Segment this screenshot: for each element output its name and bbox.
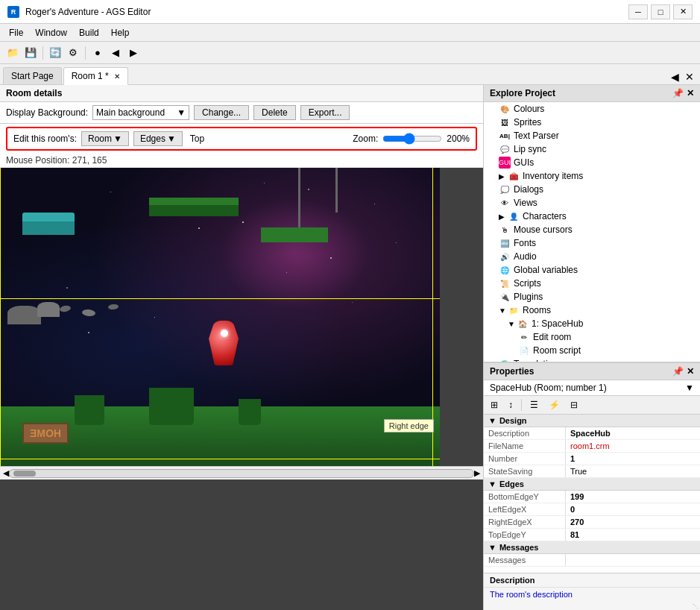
- window-controls[interactable]: ─ □ ✕: [628, 4, 693, 19]
- edit-row: Edit this room's: Room ▼ Edges ▼ Top Zoo…: [6, 127, 477, 151]
- tree-view[interactable]: 🎨 Colours 🖼 Sprites AB| Text Parser 💬 Li…: [484, 102, 700, 362]
- maximize-button[interactable]: □: [651, 4, 670, 19]
- close-button[interactable]: ✕: [673, 4, 693, 19]
- main-container: Room details Display Background: Main ba…: [0, 85, 700, 610]
- tree-item-characters[interactable]: ▶ 👤 Characters: [484, 210, 700, 223]
- fonts-icon: 🔤: [499, 237, 511, 249]
- change-button[interactable]: Change...: [194, 105, 249, 120]
- scroll-right-btn[interactable]: ▶: [474, 468, 480, 478]
- toolbar-forward[interactable]: ▶: [125, 45, 142, 61]
- pin-props-icon[interactable]: 📌: [672, 366, 684, 377]
- tab-close-panel[interactable]: ✕: [682, 69, 697, 84]
- editroom-icon: ✏: [518, 331, 530, 343]
- audio-icon: 🔊: [499, 251, 511, 262]
- tree-item-mousecursors[interactable]: 🖱 Mouse cursors: [484, 223, 700, 236]
- props-object-selector[interactable]: SpaceHub (Room; number 1) ▼: [484, 380, 700, 396]
- tab-start-page[interactable]: Start Page: [3, 67, 62, 84]
- zoom-slider[interactable]: [382, 133, 442, 145]
- tree-item-inventory[interactable]: ▶ 🧰 Inventory items: [484, 169, 700, 183]
- tree-item-spacehub[interactable]: ▼ 🏠 1: SpaceHub: [484, 317, 700, 330]
- edit-edges-dropdown[interactable]: Edges ▼: [133, 131, 183, 146]
- menu-file[interactable]: File: [3, 26, 29, 40]
- props-title: Properties: [490, 366, 534, 377]
- room-canvas-wrapper[interactable]: HOME Right edge ◀ ▶: [0, 168, 483, 610]
- tree-item-translations[interactable]: 🌍 Translations: [484, 357, 700, 362]
- minimize-button[interactable]: ─: [628, 4, 648, 19]
- props-sort-category[interactable]: ↕: [505, 397, 517, 412]
- tree-item-audio[interactable]: 🔊 Audio: [484, 250, 700, 263]
- platform-blue-base: [22, 221, 75, 235]
- toolbar: 📁 💾 🔄 ⚙ ● ◀ ▶: [0, 42, 700, 64]
- tree-item-lipsync[interactable]: 💬 Lip sync: [484, 142, 700, 156]
- platform-green-1b: [149, 205, 239, 216]
- bg-dropdown[interactable]: Main background ▼: [92, 105, 189, 120]
- menu-window[interactable]: Window: [29, 26, 73, 40]
- h-scrollbar-thumb[interactable]: [13, 471, 36, 477]
- tab-close-icon[interactable]: ✕: [114, 72, 120, 81]
- tree-item-roomscript[interactable]: 📄 Room script: [484, 344, 700, 357]
- tree-item-textparser[interactable]: AB| Text Parser: [484, 129, 700, 142]
- tree-item-editroom[interactable]: ✏ Edit room: [484, 330, 700, 344]
- props-toolbar-sep: [521, 399, 522, 411]
- toolbar-open[interactable]: 📁: [4, 45, 21, 61]
- edit-room-dropdown[interactable]: Room ▼: [81, 131, 129, 146]
- cable-2: [335, 168, 338, 213]
- edges-collapse-icon: ▼: [488, 479, 496, 488]
- export-button[interactable]: Export...: [300, 105, 350, 120]
- tree-item-scripts[interactable]: 📜 Scripts: [484, 277, 700, 290]
- platform-green-2: [261, 227, 328, 242]
- explore-controls[interactable]: 📌 ✕: [672, 88, 694, 98]
- toolbar-record[interactable]: ●: [89, 45, 106, 61]
- cable-1: [298, 168, 300, 227]
- tree-item-guis[interactable]: GUI GUIs: [484, 156, 700, 169]
- edit-top-label[interactable]: Top: [187, 132, 207, 145]
- tree-item-plugins[interactable]: 🔌 Plugins: [484, 290, 700, 304]
- toolbar-refresh[interactable]: 🔄: [47, 45, 63, 61]
- scripts-icon: 📜: [499, 277, 511, 289]
- tree-item-views[interactable]: 👁 Views: [484, 196, 700, 210]
- toolbar-back[interactable]: ◀: [107, 45, 124, 61]
- rooms-expand[interactable]: ▼: [499, 306, 508, 315]
- tree-item-colours[interactable]: 🎨 Colours: [484, 102, 700, 116]
- props-sort-alpha[interactable]: ⊞: [487, 397, 502, 412]
- toolbar-save[interactable]: 💾: [22, 45, 39, 61]
- resize-corner[interactable]: ⋱: [484, 601, 700, 610]
- pin-icon[interactable]: 📌: [672, 88, 684, 98]
- tree-item-fonts[interactable]: 🔤 Fonts: [484, 236, 700, 250]
- chevron-down-icon: ▼: [177, 107, 186, 118]
- characters-expand[interactable]: ▶: [499, 213, 508, 221]
- props-lightning[interactable]: ⚡: [545, 397, 564, 412]
- props-view-list[interactable]: ☰: [526, 397, 542, 412]
- tree-item-rooms[interactable]: ▼ 📁 Rooms: [484, 304, 700, 317]
- inventory-expand[interactable]: ▶: [499, 172, 508, 180]
- menu-build[interactable]: Build: [73, 26, 105, 40]
- props-toolbar: ⊞ ↕ ☰ ⚡ ⊟: [484, 396, 700, 415]
- props-section-edges[interactable]: ▼ Edges: [484, 478, 700, 491]
- props-section-design[interactable]: ▼ Design: [484, 415, 700, 427]
- tree-item-dialogs[interactable]: 💭 Dialogs: [484, 183, 700, 196]
- props-val-description: SpaceHub: [566, 427, 700, 439]
- close-explore-icon[interactable]: ✕: [687, 88, 694, 98]
- menu-help[interactable]: Help: [105, 26, 136, 40]
- scroll-left-btn[interactable]: ◀: [3, 468, 9, 478]
- delete-button[interactable]: Delete: [253, 105, 296, 120]
- props-pages[interactable]: ⊟: [567, 397, 581, 412]
- tab-nav-left[interactable]: ◀: [668, 69, 682, 84]
- tab-controls: ◀ ✕: [668, 69, 697, 84]
- close-props-icon[interactable]: ✕: [687, 366, 694, 377]
- stone-path-2: [82, 309, 96, 317]
- props-section-messages[interactable]: ▼ Messages: [484, 541, 700, 554]
- home-sign: HOME: [22, 423, 69, 444]
- globalvars-icon: 🌐: [499, 264, 511, 276]
- mouse-position: Mouse Position: 271, 165: [0, 154, 483, 168]
- tree-item-sprites[interactable]: 🖼 Sprites: [484, 116, 700, 129]
- room-chevron-icon: ▼: [113, 133, 122, 144]
- h-scrollbar[interactable]: [9, 469, 474, 478]
- props-row-description: Description SpaceHub: [484, 427, 700, 440]
- props-controls[interactable]: 📌 ✕: [672, 366, 694, 377]
- tab-room1[interactable]: Room 1 * ✕: [63, 67, 128, 85]
- toolbar-settings[interactable]: ⚙: [65, 45, 81, 61]
- room-background: HOME Right edge: [0, 168, 440, 466]
- tree-item-globalvars[interactable]: 🌐 Global variables: [484, 263, 700, 277]
- spacehub-expand[interactable]: ▼: [508, 320, 517, 328]
